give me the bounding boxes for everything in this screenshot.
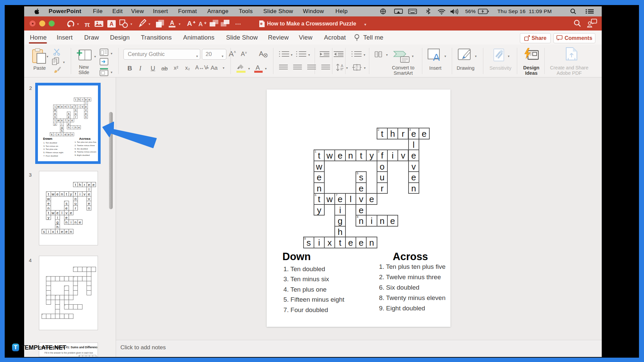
svg-text:A: A (170, 19, 174, 26)
svg-text:A: A (433, 52, 440, 61)
svg-text:A: A (110, 21, 114, 27)
svg-text:A: A (187, 19, 192, 27)
svg-text:A: A (341, 64, 343, 68)
svg-text:A: A (199, 21, 203, 27)
